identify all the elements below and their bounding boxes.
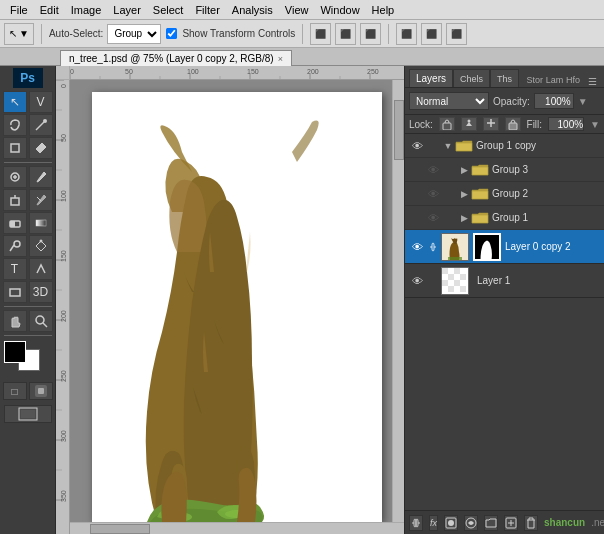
eye-group3[interactable]: 👁 — [425, 162, 441, 178]
screen-mode-btn[interactable] — [4, 405, 52, 423]
pen-tool[interactable] — [29, 235, 53, 257]
layer-group-2[interactable]: 👁 ▶ Group 2 — [405, 182, 604, 206]
new-adjustment-btn[interactable] — [464, 515, 478, 531]
dodge-tool[interactable] — [3, 235, 27, 257]
canvas-scrollbar-horizontal[interactable] — [70, 522, 404, 534]
new-layer-btn[interactable] — [504, 515, 518, 531]
layers-tab[interactable]: Layers — [409, 69, 453, 87]
opacity-input[interactable] — [534, 93, 574, 109]
lock-image-btn[interactable] — [461, 117, 477, 131]
menu-help[interactable]: Help — [366, 3, 401, 17]
menu-window[interactable]: Window — [314, 3, 365, 17]
scrollbar-thumb-h[interactable] — [90, 524, 150, 534]
tool-row-2 — [3, 114, 53, 136]
heal-tool[interactable] — [3, 166, 27, 188]
align-btn-3[interactable]: ⬛ — [360, 23, 381, 45]
path-select-tool[interactable] — [29, 258, 53, 280]
distribute-btn-2[interactable]: ⬛ — [421, 23, 442, 45]
menu-select[interactable]: Select — [147, 3, 190, 17]
canvas-area: 0 50 100 150 200 250 — [56, 66, 404, 534]
ps-logo: Ps — [13, 68, 43, 88]
fill-dropdown[interactable]: ▼ — [590, 119, 600, 130]
align-btn-1[interactable]: ⬛ — [310, 23, 331, 45]
lock-pixels-btn[interactable] — [439, 117, 455, 131]
layer-group-1-copy[interactable]: 👁 ▼ Group 1 copy — [405, 134, 604, 158]
eye-group1copy[interactable]: 👁 — [409, 138, 425, 154]
new-group-btn[interactable] — [484, 515, 498, 531]
lock-all-btn[interactable] — [505, 117, 521, 131]
canvas-scrollbar-vertical[interactable] — [392, 80, 404, 522]
channels-tab[interactable]: Chels — [453, 69, 490, 87]
menu-layer[interactable]: Layer — [107, 3, 147, 17]
foreground-color[interactable] — [4, 341, 26, 363]
layer-thumb-0copy2 — [441, 233, 469, 261]
eye-layer1[interactable]: 👁 — [409, 273, 425, 289]
menu-analysis[interactable]: Analysis — [226, 3, 279, 17]
distribute-btn-3[interactable]: ⬛ — [446, 23, 467, 45]
crop-tool[interactable] — [3, 137, 27, 159]
hand-tool[interactable] — [3, 310, 27, 332]
menu-image[interactable]: Image — [65, 3, 108, 17]
rectangle-tool[interactable] — [3, 281, 27, 303]
link-layer0copy2[interactable] — [425, 242, 441, 252]
align-btn-2[interactable]: ⬛ — [335, 23, 356, 45]
svg-rect-10 — [10, 289, 20, 296]
show-transform-checkbox[interactable] — [166, 28, 177, 39]
blend-mode-select[interactable]: Normal — [409, 92, 489, 110]
select-tool[interactable]: V — [29, 91, 53, 113]
expand-group1[interactable]: ▶ — [457, 211, 471, 225]
svg-rect-71 — [454, 268, 460, 274]
expand-group3[interactable]: ▶ — [457, 163, 471, 177]
quick-mask-btn[interactable] — [29, 382, 53, 400]
eyedropper-tool[interactable] — [29, 137, 53, 159]
layer-styles-btn[interactable]: fx — [429, 515, 438, 531]
scrollbar-thumb-v[interactable] — [394, 100, 404, 160]
3d-tool[interactable]: 3D — [29, 281, 53, 303]
menu-file[interactable]: File — [4, 3, 34, 17]
fill-input[interactable] — [548, 117, 584, 131]
add-mask-btn[interactable] — [444, 515, 458, 531]
trash-icon — [525, 517, 537, 529]
brush-tool[interactable] — [29, 166, 53, 188]
standard-mode-btn[interactable]: □ — [3, 382, 27, 400]
document-tab[interactable]: n_tree_1.psd @ 75% (Layer 0 copy 2, RGB/… — [60, 50, 292, 66]
menu-edit[interactable]: Edit — [34, 3, 65, 17]
eye-group2[interactable]: 👁 — [425, 186, 441, 202]
layer-group-3[interactable]: 👁 ▶ Group 3 — [405, 158, 604, 182]
layers-list[interactable]: 👁 ▼ Group 1 copy 👁 ▶ Group 3 — [405, 134, 604, 510]
lasso-tool[interactable] — [3, 114, 27, 136]
distribute-btn-1[interactable]: ⬛ — [396, 23, 417, 45]
paths-tab[interactable]: Ths — [490, 69, 519, 87]
menu-view[interactable]: View — [279, 3, 315, 17]
svg-rect-74 — [454, 280, 460, 286]
eraser-tool[interactable] — [3, 212, 27, 234]
svg-text:250: 250 — [60, 370, 67, 382]
layer-group-1[interactable]: 👁 ▶ Group 1 — [405, 206, 604, 230]
expand-group1copy[interactable]: ▼ — [441, 139, 455, 153]
clone-tool[interactable] — [3, 189, 27, 211]
eye-layer0copy2[interactable]: 👁 — [409, 239, 425, 255]
move-tool[interactable]: ↖ — [3, 91, 27, 113]
tab-close-btn[interactable]: × — [278, 54, 283, 64]
layer-0-copy-2-row[interactable]: 👁 — [405, 230, 604, 264]
panel-menu-btn[interactable]: ☰ — [585, 76, 600, 87]
delete-layer-btn[interactable] — [524, 515, 538, 531]
zoom-tool[interactable] — [29, 310, 53, 332]
svg-point-78 — [448, 520, 454, 526]
menu-filter[interactable]: Filter — [189, 3, 225, 17]
panel-tabs-more[interactable]: Stor Lam Hfo — [522, 72, 584, 87]
history-brush-tool[interactable] — [29, 189, 53, 211]
move-tool-btn[interactable]: ↖ ▼ — [4, 23, 34, 45]
auto-select-dropdown[interactable]: Group Layer — [107, 24, 161, 44]
toolbar: ↖ ▼ Auto-Select: Group Layer Show Transf… — [0, 20, 604, 48]
quick-mask-area: □ — [3, 382, 53, 400]
eye-group1[interactable]: 👁 — [425, 210, 441, 226]
expand-group2[interactable]: ▶ — [457, 187, 471, 201]
opacity-dropdown[interactable]: ▼ — [578, 96, 588, 107]
lock-position-btn[interactable] — [483, 117, 499, 131]
link-layers-btn[interactable] — [409, 515, 423, 531]
layer-1-row[interactable]: 👁 L — [405, 264, 604, 298]
type-tool[interactable]: T — [3, 258, 27, 280]
magic-wand-tool[interactable] — [29, 114, 53, 136]
gradient-tool[interactable] — [29, 212, 53, 234]
